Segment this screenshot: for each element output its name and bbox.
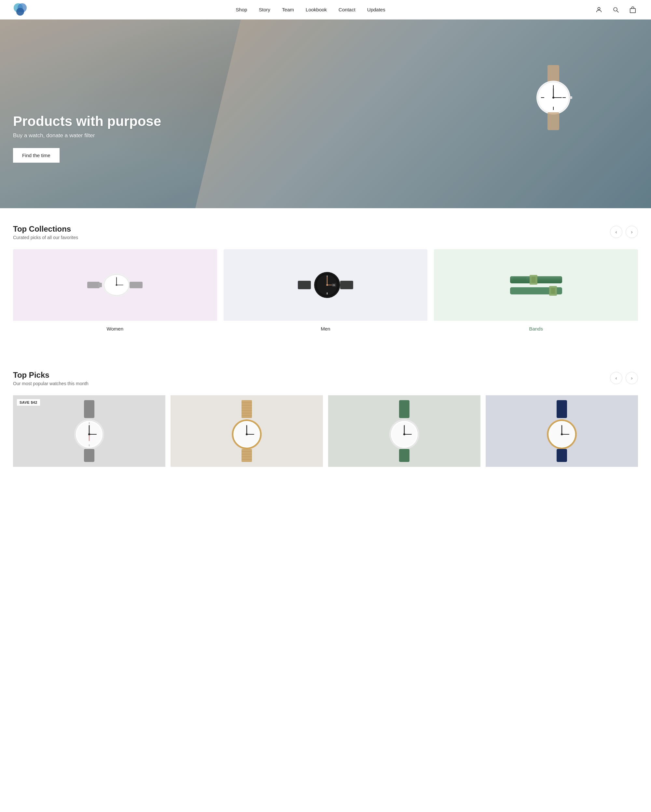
collections-grid: Women bbox=[13, 249, 638, 338]
account-icon bbox=[595, 6, 602, 13]
svg-point-17 bbox=[552, 97, 554, 99]
svg-rect-75 bbox=[241, 449, 252, 462]
pick-card-image-4 bbox=[486, 395, 638, 467]
picks-prev-button[interactable]: ‹ bbox=[610, 372, 622, 384]
search-button[interactable] bbox=[611, 5, 621, 15]
svg-rect-50 bbox=[551, 288, 555, 294]
pick-card-image-1: SAVE $42 bbox=[13, 395, 165, 467]
top-collections-section: Top Collections Curated picks of all our… bbox=[0, 208, 651, 338]
collection-label-men: Men bbox=[224, 321, 428, 338]
pick-card-3[interactable] bbox=[328, 395, 480, 467]
collection-card-bands[interactable]: Bands bbox=[434, 249, 638, 338]
svg-rect-28 bbox=[130, 282, 142, 288]
pick-card-2[interactable] bbox=[171, 395, 323, 467]
hero-watch-svg bbox=[527, 65, 579, 130]
collections-prev-button[interactable]: ‹ bbox=[610, 226, 622, 238]
collections-header-text: Top Collections Curated picks of all our… bbox=[13, 224, 78, 240]
svg-point-3 bbox=[598, 7, 600, 9]
collections-header: Top Collections Curated picks of all our… bbox=[13, 224, 638, 240]
svg-rect-61 bbox=[84, 449, 95, 462]
pick4-watch-svg bbox=[546, 400, 578, 462]
svg-point-27 bbox=[116, 284, 118, 286]
svg-rect-18 bbox=[570, 96, 572, 99]
bag-icon bbox=[629, 6, 636, 13]
collection-label-women: Women bbox=[13, 321, 217, 338]
svg-rect-51 bbox=[84, 400, 95, 418]
svg-rect-88 bbox=[556, 400, 567, 418]
svg-point-60 bbox=[88, 433, 90, 435]
picks-header-text: Top Picks Our most popular watches this … bbox=[13, 371, 89, 386]
svg-point-4 bbox=[614, 8, 617, 11]
svg-rect-21 bbox=[98, 283, 102, 287]
svg-rect-44 bbox=[532, 277, 535, 283]
svg-point-94 bbox=[561, 433, 563, 435]
collection-card-women[interactable]: Women bbox=[13, 249, 217, 338]
nav-icon-group bbox=[594, 5, 638, 15]
svg-point-74 bbox=[246, 433, 248, 435]
pick2-watch-svg bbox=[231, 400, 263, 462]
nav-link-contact[interactable]: Contact bbox=[339, 7, 355, 12]
svg-rect-80 bbox=[399, 400, 410, 418]
save-badge-1: SAVE $42 bbox=[17, 399, 40, 406]
collection-card-image-bands bbox=[434, 249, 638, 321]
nav-link-shop[interactable]: Shop bbox=[236, 7, 247, 12]
collection-label-bands: Bands bbox=[434, 321, 638, 338]
collections-title: Top Collections bbox=[13, 224, 78, 234]
nav-logo[interactable] bbox=[13, 3, 28, 17]
svg-rect-6 bbox=[630, 8, 636, 13]
nav-link-updates[interactable]: Updates bbox=[367, 7, 385, 12]
svg-point-2 bbox=[16, 8, 24, 15]
bag-button[interactable] bbox=[628, 5, 638, 15]
womens-watch-svg bbox=[87, 270, 142, 300]
hero-cta-button[interactable]: Find the time bbox=[13, 148, 60, 163]
pick-card-1[interactable]: SAVE $42 bbox=[13, 395, 165, 467]
collections-subtitle: Curated picks of all our favorites bbox=[13, 235, 78, 240]
top-picks-section: Top Picks Our most popular watches this … bbox=[0, 354, 651, 480]
collection-card-men[interactable]: 01 Men bbox=[224, 249, 428, 338]
nav-link-lookbook[interactable]: Lookbook bbox=[306, 7, 327, 12]
svg-rect-20 bbox=[87, 282, 99, 288]
bands-svg bbox=[507, 270, 565, 300]
search-icon bbox=[612, 6, 619, 13]
pick1-watch-svg bbox=[73, 400, 105, 462]
svg-line-5 bbox=[617, 11, 619, 12]
nav-links: Shop Story Team Lookbook Contact Updates bbox=[236, 7, 385, 12]
pick3-watch-svg bbox=[388, 400, 420, 462]
brand-logo-icon bbox=[13, 3, 28, 17]
nav-link-story[interactable]: Story bbox=[259, 7, 270, 12]
collections-next-button[interactable]: › bbox=[626, 226, 638, 238]
picks-grid: SAVE $42 bbox=[13, 395, 638, 480]
pick-card-4[interactable] bbox=[486, 395, 638, 467]
collection-card-image-women bbox=[13, 249, 217, 321]
hero-watch-decoration bbox=[527, 65, 579, 130]
svg-rect-40 bbox=[340, 281, 353, 289]
picks-next-button[interactable]: › bbox=[626, 372, 638, 384]
picks-nav-arrows: ‹ › bbox=[610, 372, 638, 384]
hero-section: Products with purpose Buy a watch, donat… bbox=[0, 20, 651, 208]
picks-title: Top Picks bbox=[13, 371, 89, 380]
svg-point-86 bbox=[403, 433, 405, 435]
navbar: Shop Story Team Lookbook Contact Updates bbox=[0, 0, 651, 20]
svg-rect-87 bbox=[399, 449, 410, 462]
picks-header: Top Picks Our most popular watches this … bbox=[13, 371, 638, 386]
collections-nav-arrows: ‹ › bbox=[610, 226, 638, 238]
account-button[interactable] bbox=[594, 5, 604, 15]
svg-rect-7 bbox=[547, 65, 559, 83]
pick-card-image-2 bbox=[171, 395, 323, 467]
pick-card-image-3 bbox=[328, 395, 480, 467]
svg-rect-19 bbox=[547, 112, 559, 130]
svg-point-37 bbox=[326, 284, 328, 286]
svg-rect-95 bbox=[556, 449, 567, 462]
collection-card-image-men: 01 bbox=[224, 249, 428, 321]
nav-link-team[interactable]: Team bbox=[282, 7, 294, 12]
picks-subtitle: Our most popular watches this month bbox=[13, 381, 89, 386]
hero-title: Products with purpose bbox=[13, 113, 161, 129]
svg-text:01: 01 bbox=[333, 284, 335, 286]
svg-rect-29 bbox=[298, 281, 311, 289]
hero-content: Products with purpose Buy a watch, donat… bbox=[13, 113, 161, 163]
mens-watch-svg: 01 bbox=[298, 270, 353, 300]
hero-subtitle: Buy a watch, donate a water filter bbox=[13, 133, 161, 139]
